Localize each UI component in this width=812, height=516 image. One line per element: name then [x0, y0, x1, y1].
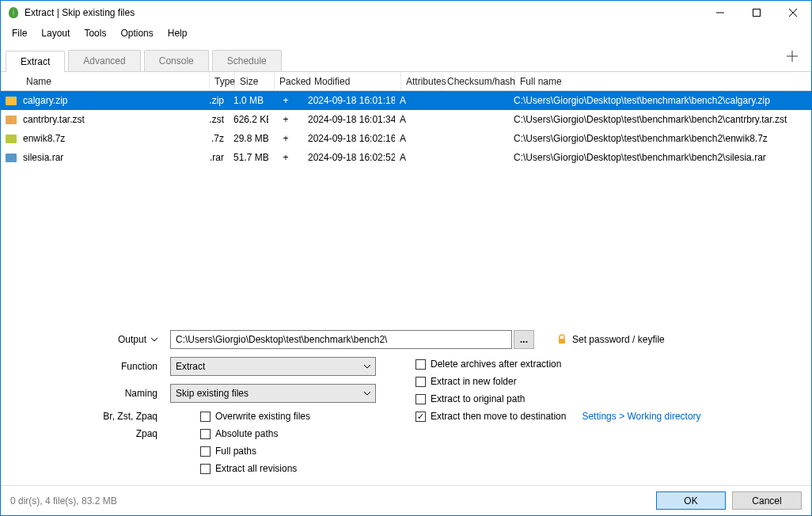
menu-tools[interactable]: Tools [78, 26, 112, 40]
menu-file[interactable]: File [6, 26, 33, 40]
window-title: Extract | Skip existing files [25, 7, 702, 18]
col-fullname[interactable]: Full name [515, 72, 811, 90]
checkbox-box[interactable] [200, 412, 211, 422]
function-select[interactable]: Extract [170, 357, 376, 376]
zpaq-label: Zpaq [136, 428, 157, 439]
naming-select[interactable]: Skip existing files [170, 384, 376, 403]
menu-options[interactable]: Options [114, 26, 159, 40]
tab-advanced[interactable]: Advanced [68, 50, 140, 71]
add-tab-button[interactable] [778, 47, 806, 71]
checkbox-box[interactable] [415, 412, 426, 422]
status-text: 0 dir(s), 4 file(s), 83.2 MB [10, 495, 650, 507]
col-type[interactable]: Type [210, 72, 235, 90]
col-checksum[interactable]: Checksum/hash [442, 72, 515, 90]
close-button[interactable] [775, 1, 811, 25]
grid-header[interactable]: Name Type Size Packed Modified Attribute… [1, 72, 811, 91]
window-controls [702, 1, 811, 25]
archive-icon [6, 97, 17, 105]
checkbox-label: Absolute paths [215, 428, 278, 439]
checkbox-label: Extract then move to destination [431, 411, 566, 422]
br-zst-zpaq-label: Br, Zst, Zpaq [103, 411, 157, 422]
archive-icon [6, 135, 17, 143]
checkbox-extract-all-revisions[interactable]: Extract all revisions [200, 463, 310, 474]
chevron-down-icon [364, 388, 370, 399]
checkbox-full-paths[interactable]: Full paths [200, 446, 310, 457]
file-grid: Name Type Size Packed Modified Attribute… [1, 72, 811, 167]
minimize-button[interactable] [702, 1, 738, 25]
checkbox-extract-then-move-to-destination[interactable]: Extract then move to destinationSettings… [415, 411, 701, 422]
checkbox-extract-in-new-folder[interactable]: Extract in new folder [415, 376, 701, 387]
ok-button[interactable]: OK [656, 491, 726, 510]
checkbox-label: Overwrite existing files [215, 411, 310, 422]
tab-console[interactable]: Console [144, 50, 209, 71]
table-row[interactable]: silesia.rar.rar51.7 MB+2024-09-18 16:02:… [1, 148, 811, 167]
output-path-input[interactable] [170, 330, 512, 349]
checkbox-box[interactable] [200, 464, 211, 474]
app-icon [7, 6, 20, 19]
tab-extract[interactable]: Extract [6, 51, 65, 72]
col-name[interactable]: Name [21, 72, 210, 90]
checkbox-label: Extract all revisions [215, 463, 297, 474]
menubar: FileLayoutToolsOptionsHelp [1, 25, 811, 42]
checkbox-box[interactable] [415, 359, 426, 370]
output-label: Output [118, 334, 146, 345]
titlebar: Extract | Skip existing files [1, 1, 811, 25]
checkbox-label: Delete archives after extraction [431, 359, 561, 370]
checkbox-box[interactable] [200, 446, 211, 457]
col-attributes[interactable]: Attributes [401, 72, 442, 90]
checkbox-box[interactable] [415, 394, 426, 404]
maximize-button[interactable] [738, 1, 775, 25]
svg-rect-6 [559, 339, 565, 343]
chevron-down-icon [364, 361, 370, 372]
lock-icon [556, 334, 567, 345]
output-history-dropdown[interactable] [151, 334, 157, 345]
archive-icon [6, 154, 17, 162]
table-row[interactable]: enwik8.7z.7z29.8 MB+2024-09-18 16:02:16A… [1, 129, 811, 148]
checkbox-absolute-paths[interactable]: Absolute paths [200, 428, 310, 439]
browse-button[interactable]: ... [514, 330, 534, 349]
svg-rect-1 [753, 9, 761, 17]
table-row[interactable]: calgary.zip.zip1.0 MB+2024-09-18 16:01:1… [1, 91, 811, 110]
checkbox-box[interactable] [200, 429, 211, 439]
tab-schedule[interactable]: Schedule [212, 50, 282, 71]
tabstrip: ExtractAdvancedConsoleSchedule [1, 42, 811, 72]
set-password-link[interactable]: Set password / keyfile [556, 334, 665, 345]
checkbox-label: Extract in new folder [431, 376, 517, 387]
statusbar: 0 dir(s), 4 file(s), 83.2 MB OK Cancel [1, 485, 811, 515]
cancel-button[interactable]: Cancel [732, 491, 802, 510]
checkbox-extract-to-original-path[interactable]: Extract to original path [415, 393, 701, 404]
menu-help[interactable]: Help [161, 26, 194, 40]
checkbox-label: Full paths [215, 446, 256, 457]
naming-label: Naming [12, 388, 170, 399]
archive-icon [6, 116, 17, 124]
checkbox-delete-archives-after-extraction[interactable]: Delete archives after extraction [415, 359, 701, 370]
menu-layout[interactable]: Layout [35, 26, 76, 40]
checkbox-label: Extract to original path [431, 393, 525, 404]
function-label: Function [12, 361, 170, 372]
table-row[interactable]: cantrbry.tar.zst.zst626.2 KB+2024-09-18 … [1, 110, 811, 129]
extract-form: Output ... Set password / keyfile Functi… [1, 319, 811, 485]
checkbox-overwrite-existing-files[interactable]: Overwrite existing files [200, 411, 310, 422]
col-packed[interactable]: Packed [275, 72, 309, 90]
settings-working-dir-link[interactable]: Settings > Working directory [582, 411, 700, 422]
col-size[interactable]: Size [235, 72, 275, 90]
checkbox-box[interactable] [415, 377, 426, 387]
col-modified[interactable]: Modified [309, 72, 401, 90]
